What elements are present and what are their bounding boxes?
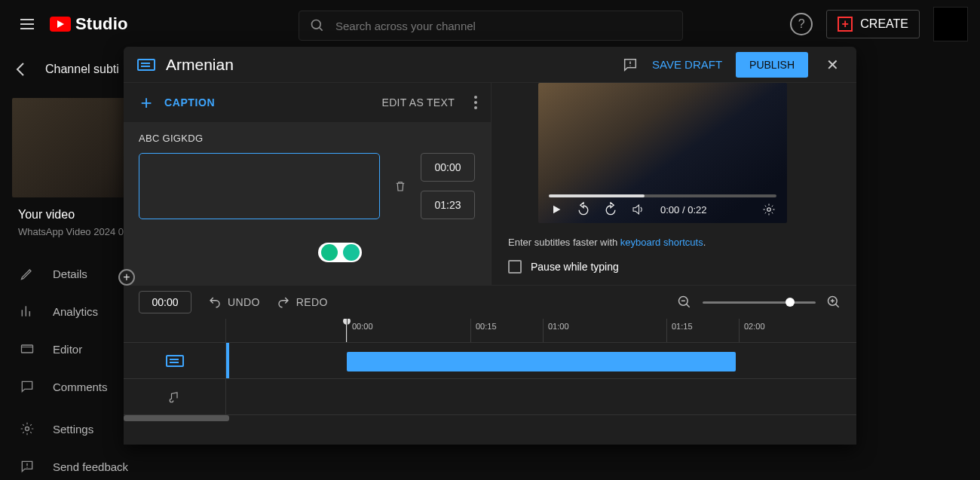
dialog-language-title: Armenian [166,56,234,74]
subtitles-icon [137,59,155,71]
rewind-10-icon[interactable] [576,202,591,217]
create-plus-icon: + [838,17,853,32]
caption-textarea[interactable] [139,153,380,219]
preview-total: 0:22 [688,204,706,216]
timeline-panel: 00:00 UNDO REDO 00:0000:1501:0001:1502:0… [124,285,856,445]
forward-10-icon[interactable] [603,202,618,217]
caption-track-head[interactable] [124,343,226,378]
search-input[interactable] [335,20,672,32]
your-video-label: Your video [18,208,129,222]
search-icon [310,18,325,33]
caption-start-time[interactable]: 00:00 [421,153,475,182]
subtitles-icon [166,355,184,367]
help-icon[interactable]: ? [790,13,813,35]
redo-icon [277,295,290,309]
ruler-tick: 00:00 [347,319,373,342]
grammarly-widget[interactable] [318,243,362,262]
comments-icon [18,378,36,396]
pause-while-typing-checkbox[interactable] [508,260,522,274]
redo-label: REDO [296,296,328,308]
grammarly-icon [343,244,360,261]
undo-icon [208,295,222,309]
nav-analytics-label: Analytics [53,305,98,318]
create-label: CREATE [860,17,908,31]
gear-icon [18,420,36,438]
caption-track-indicator [226,343,229,378]
more-menu-icon[interactable] [474,96,477,109]
undo-label: UNDO [228,296,260,308]
delete-caption-icon[interactable] [394,179,407,194]
preview-progressbar[interactable] [549,194,776,197]
back-row[interactable]: Channel subti [12,60,119,78]
add-caption-icon[interactable]: + [137,93,155,112]
ruler-tick: 02:00 [739,319,765,342]
app-topbar: Studio ? + CREATE [0,0,980,48]
video-preview[interactable]: 0:00 / 0:22 [538,83,787,223]
close-icon[interactable]: ✕ [822,56,843,74]
audio-track-head[interactable] [124,379,226,414]
caption-name: ABC GIGKDG [139,133,476,144]
shortcuts-post: . [703,237,706,248]
youtube-play-icon [50,17,71,32]
caption-editor-panel: + CAPTION EDIT AS TEXT ABC GIGKDG 00:00 … [124,83,492,285]
account-avatar[interactable] [933,7,968,41]
shortcuts-link[interactable]: keyboard shortcuts [620,237,703,248]
nav-comments-label: Comments [53,381,108,393]
back-label: Channel subti [45,63,119,76]
timeline-scrollbar[interactable] [124,415,856,423]
undo-button[interactable]: UNDO [208,295,260,309]
caption-end-time[interactable]: 01:23 [421,191,475,219]
music-note-icon [168,390,182,404]
svg-point-3 [767,208,771,212]
add-caption-row-button[interactable]: + [118,269,135,286]
preview-panel: 0:00 / 0:22 Enter subtitles faster with … [492,83,856,285]
pause-while-typing-label: Pause while typing [531,261,619,273]
preview-current: 0:00 [660,204,679,216]
play-icon[interactable] [549,202,564,217]
analytics-icon [18,302,36,320]
audio-track [124,379,856,415]
pencil-icon [18,264,36,283]
nav-feedback[interactable]: Send feedback [12,448,193,480]
publish-button[interactable]: PUBLISH [736,52,808,78]
caption-clip[interactable] [347,352,736,371]
save-draft-button[interactable]: SAVE DRAFT [652,58,722,71]
ruler-tick: 00:15 [470,319,497,342]
svg-rect-1 [22,345,33,353]
grammarly-icon [321,244,338,261]
zoom-out-icon[interactable] [677,295,692,310]
svg-point-2 [26,427,29,431]
nav-settings-label: Settings [53,423,93,436]
caption-track [124,343,856,379]
nav-feedback-label: Send feedback [53,460,128,473]
caption-block: ABC GIGKDG 00:00 01:23 + [124,122,491,285]
preview-time: 0:00 / 0:22 [660,204,706,216]
preview-sep: / [679,204,688,216]
shortcuts-hint: Enter subtitles faster with keyboard sho… [508,237,844,248]
timeline-ruler[interactable]: 00:0000:1501:0001:1502:0002:1503:03 [124,319,856,343]
zoom-slider[interactable] [703,301,816,304]
redo-button[interactable]: REDO [277,295,328,309]
report-icon[interactable] [622,57,639,73]
nav-editor-label: Editor [53,343,82,356]
caption-button[interactable]: CAPTION [164,96,215,109]
dialog-header: Armenian SAVE DRAFT PUBLISH ✕ [124,47,856,83]
edit-as-text-button[interactable]: EDIT AS TEXT [382,96,455,109]
video-filename: WhatsApp Video 2024 02 [18,226,129,237]
subtitles-dialog: Armenian SAVE DRAFT PUBLISH ✕ + CAPTION … [124,47,856,445]
editor-icon [18,340,36,358]
preview-settings-icon[interactable] [761,202,776,217]
svg-point-0 [312,20,321,29]
ruler-tick: 01:00 [543,319,569,342]
menu-icon[interactable] [12,9,42,39]
timeline-position-input[interactable]: 00:00 [139,291,191,313]
back-arrow-icon [12,60,30,78]
volume-icon[interactable] [630,202,645,217]
search-bar[interactable] [299,11,683,41]
studio-logo[interactable]: Studio [50,14,128,34]
ruler-tick: 01:15 [666,319,693,342]
create-button[interactable]: + CREATE [826,10,920,38]
nav-details-label: Details [53,268,87,280]
zoom-in-icon[interactable] [826,295,841,310]
feedback-icon [18,457,36,475]
